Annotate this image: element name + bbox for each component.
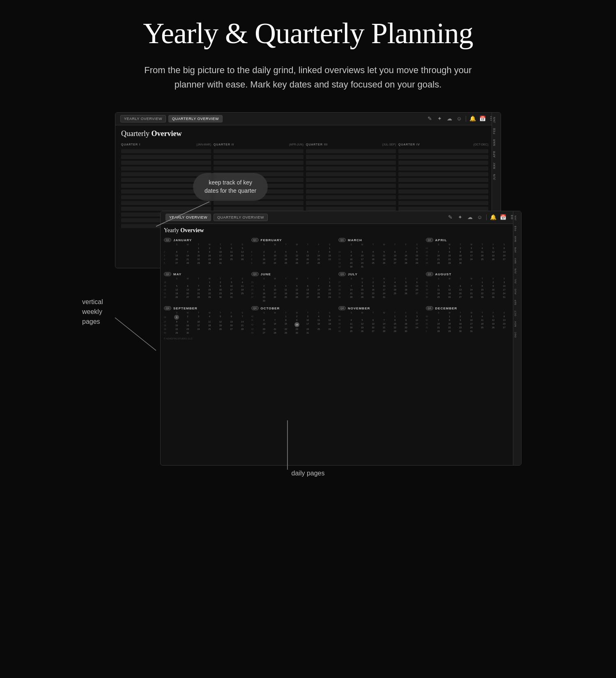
month-name-march: MARCH: [348, 238, 362, 242]
dow-S: S: [433, 243, 444, 246]
dow-M: M: [182, 277, 193, 280]
yearly-nav-sep[interactable]: SEP: [513, 297, 521, 308]
day-cell: 9: [259, 288, 270, 291]
yearly-nav-may[interactable]: MAY: [513, 255, 521, 266]
day-cell: [193, 331, 204, 334]
yearly-nav-feb[interactable]: FEB: [513, 223, 521, 233]
q3-row-1[interactable]: [306, 149, 396, 153]
q2-row-3[interactable]: [214, 161, 303, 165]
q3-row-2[interactable]: [306, 155, 396, 159]
yearly-tab-yearly[interactable]: YEARLY OVERVIEW: [165, 214, 211, 221]
q3-row-6[interactable]: [306, 178, 396, 182]
week-row-10-1: 4545678910: [338, 318, 423, 322]
q3-row-9[interactable]: [306, 195, 396, 199]
dow-T: T: [477, 311, 488, 314]
q4-row-9[interactable]: [398, 195, 488, 199]
q2-row-4[interactable]: [214, 166, 303, 171]
q1-row-3[interactable]: [121, 161, 211, 165]
day-cell: 19: [379, 258, 390, 261]
q1-row-4[interactable]: [121, 166, 211, 171]
yearly-nav-nov[interactable]: NOV: [513, 318, 521, 330]
q1-row-1[interactable]: [121, 149, 211, 153]
side-nav-may[interactable]: MAY: [492, 160, 501, 171]
q4-row-1[interactable]: [398, 149, 488, 153]
bell-icon[interactable]: 🔔: [469, 115, 476, 122]
month-name-july: JULY: [348, 272, 358, 276]
dow-M: M: [444, 243, 455, 246]
day-cell: 25: [368, 261, 379, 265]
side-nav-apr[interactable]: APR: [492, 148, 501, 160]
yearly-nav-mar[interactable]: MAR: [513, 233, 521, 244]
side-nav-jun[interactable]: JUN: [492, 171, 501, 182]
day-cell: [280, 247, 292, 250]
yearly-nav-dec[interactable]: DEC: [513, 329, 521, 340]
day-cell: 17: [466, 254, 477, 257]
yearly-smile-icon[interactable]: ☺: [476, 214, 483, 221]
week-row-7-2: 3311121314151617: [426, 288, 510, 291]
yearly-cloud-icon[interactable]: ☁: [467, 214, 473, 221]
q2-row-2[interactable]: [214, 155, 303, 159]
q1-row-2[interactable]: [121, 155, 211, 159]
dow-T: T: [193, 277, 204, 280]
smile-icon[interactable]: ☺: [456, 115, 462, 122]
q4-row-8[interactable]: [398, 189, 488, 194]
month-block-august: Q3AUGUSTSMTWTFS3112332456789103311121314…: [426, 272, 510, 303]
calendar-icon[interactable]: 📅: [479, 115, 486, 122]
q3-row-3[interactable]: [306, 161, 396, 165]
q3-row-11[interactable]: [306, 207, 396, 211]
dow-M: M: [269, 243, 280, 246]
day-cell: 2: [488, 281, 499, 284]
day-cell: 27: [499, 326, 510, 329]
day-cell: [237, 261, 248, 265]
dow-W: W: [291, 243, 302, 246]
q4-row-2[interactable]: [398, 155, 488, 159]
tab-yearly-overview[interactable]: YEARLY OVERVIEW: [120, 115, 166, 122]
q4-row-5[interactable]: [398, 172, 488, 176]
q1-row-5[interactable]: [121, 172, 211, 176]
day-cell: [193, 281, 204, 284]
day-cell: [346, 247, 357, 250]
yearly-pencil-icon[interactable]: ✎: [447, 214, 453, 221]
side-nav-jan[interactable]: JAN: [492, 114, 501, 125]
q4-row-11[interactable]: [398, 207, 488, 211]
q4-row-7[interactable]: [398, 184, 488, 188]
star-icon[interactable]: ✦: [436, 115, 443, 122]
q4-row-10[interactable]: [398, 201, 488, 205]
side-nav-mar[interactable]: MAR: [492, 136, 501, 148]
q3-row-8[interactable]: [306, 189, 396, 194]
tab-quarterly-overview[interactable]: QUARTERLY OVERVIEW: [168, 115, 223, 122]
dow-F: F: [400, 311, 411, 314]
day-cell: 12: [357, 322, 368, 325]
day-cell: 13: [182, 288, 193, 291]
day-cell: 8: [444, 318, 455, 322]
yearly-nav-aug[interactable]: AUG: [513, 286, 521, 297]
yearly-nav-apr[interactable]: APR: [513, 244, 521, 255]
yearly-calendar-icon[interactable]: 📅: [500, 214, 506, 221]
side-nav-feb[interactable]: FEB: [492, 125, 501, 136]
q1-row-10[interactable]: [121, 201, 211, 205]
day-cell: 25: [204, 327, 215, 331]
yearly-nav-jul[interactable]: JUL: [513, 276, 521, 286]
day-cell: 1: [390, 315, 401, 318]
day-cell: 31: [302, 331, 313, 334]
yearly-nav-jan[interactable]: JAN: [513, 213, 521, 223]
cloud-icon[interactable]: ☁: [446, 115, 453, 122]
yearly-nav-oct[interactable]: OCT: [513, 308, 521, 318]
day-cell: 27: [390, 261, 401, 265]
q2-row-1[interactable]: [214, 149, 303, 153]
yearly-nav-jun[interactable]: JUN: [513, 266, 521, 276]
yearly-bell-icon[interactable]: 🔔: [490, 214, 496, 221]
q4-row-4[interactable]: [398, 166, 488, 171]
q3-row-7[interactable]: [306, 184, 396, 188]
q3-row-4[interactable]: [306, 166, 396, 171]
yearly-star-icon[interactable]: ✦: [457, 214, 463, 221]
q3-row-10[interactable]: [306, 201, 396, 205]
month-block-may: Q2MAYSMTWTFS1812341956789101120121314151…: [164, 272, 248, 303]
day-cell: [182, 281, 193, 284]
q4-row-3[interactable]: [398, 161, 488, 165]
q3-row-5[interactable]: [306, 172, 396, 176]
day-cell: 5: [324, 315, 335, 318]
day-cell: 1: [324, 247, 335, 250]
pencil-icon[interactable]: ✎: [426, 115, 433, 122]
q4-row-6[interactable]: [398, 178, 488, 182]
